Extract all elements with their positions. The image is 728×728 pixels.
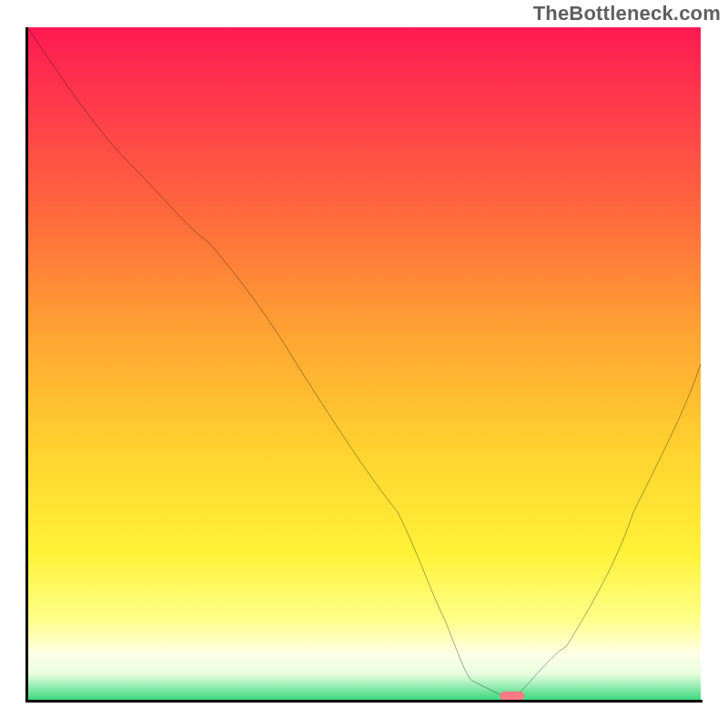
curve-layer xyxy=(27,27,701,701)
y-axis xyxy=(25,27,28,703)
bottleneck-chart: TheBottleneck.com xyxy=(0,0,728,728)
bottleneck-curve xyxy=(27,27,701,701)
x-axis xyxy=(25,700,703,703)
watermark-text: TheBottleneck.com xyxy=(533,2,721,25)
